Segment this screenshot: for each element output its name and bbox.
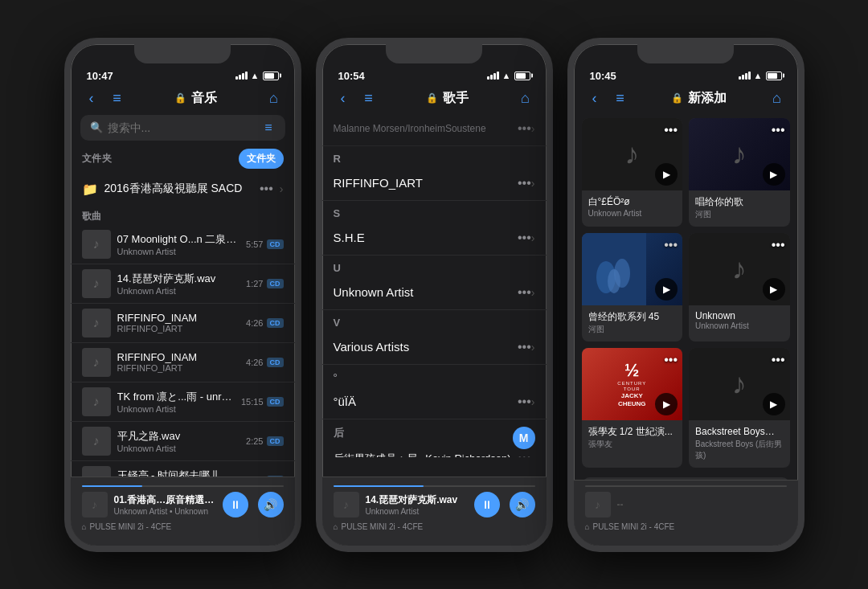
- album-dots[interactable]: •••: [772, 353, 785, 367]
- back-button-3[interactable]: ‹: [585, 90, 604, 107]
- album-card[interactable]: ♪ ▶ ••• 唱给你的歌 河图: [689, 118, 790, 227]
- album-dots[interactable]: •••: [664, 123, 678, 137]
- artist-item[interactable]: RIFFINFO_IART ••• ›: [322, 166, 547, 201]
- music-note-icon: ♪: [732, 137, 747, 171]
- song-title: 14.琵琶对萨克斯.wav: [117, 272, 240, 286]
- album-artist: Unknown Artist: [695, 321, 784, 330]
- music-note-icon: ♪: [732, 367, 747, 401]
- search-input-1[interactable]: [108, 121, 257, 134]
- folder-dots[interactable]: •••: [260, 182, 273, 196]
- now-playing-bar-1[interactable]: ♪ 01.香港高…原音精選.wav Unknown Artist • Unkno…: [71, 477, 295, 546]
- section-r: R: [322, 146, 547, 166]
- album-title: Backstreet Boys【M...: [695, 425, 784, 439]
- pause-button-2[interactable]: ⏸: [474, 492, 500, 517]
- volume-button-2[interactable]: 🔊: [510, 492, 535, 517]
- album-title: 曾经的歌系列 45: [588, 310, 677, 324]
- time-2: 10:54: [338, 70, 365, 82]
- nav-title-2: 🔒 歌手: [385, 90, 510, 107]
- song-artist: Unknown Artist: [117, 247, 240, 256]
- album-title-jacky: 張學友 1/2 世紀演...: [588, 425, 677, 439]
- play-button[interactable]: ▶: [655, 278, 678, 301]
- artist-dots[interactable]: •••: [518, 285, 531, 300]
- song-title: RIFFINFO_INAM: [117, 312, 240, 324]
- album-dots[interactable]: •••: [664, 238, 678, 252]
- artist-item[interactable]: S.H.E ••• ›: [322, 221, 547, 256]
- home-icon-small-3: ⌂: [585, 522, 590, 531]
- play-button[interactable]: ▶: [655, 163, 678, 186]
- back-button-2[interactable]: ‹: [334, 90, 353, 107]
- album-card[interactable]: ♪ ▶ ••• Backstreet Boys【M... Backstreet …: [689, 348, 790, 468]
- folder-name: 2016香港高級視聽展 SACD: [104, 182, 254, 196]
- np-track-1: ♪ 01.香港高…原音精選.wav Unknown Artist • Unkno…: [82, 492, 284, 517]
- home-button-3[interactable]: ⌂: [768, 90, 787, 107]
- folder-tag-button[interactable]: 文件夹: [239, 149, 284, 169]
- album-card[interactable]: ♪ ▶ ••• 白°£ÉÖ²ø Unknown Artist: [582, 118, 683, 227]
- artist-chevron: ›: [531, 341, 535, 354]
- music-note-icon: ♪: [93, 395, 100, 409]
- menu-button-2[interactable]: ≡: [359, 90, 379, 107]
- signal-bars-3: [739, 72, 751, 80]
- artist-chevron: ›: [531, 177, 535, 190]
- artist-item[interactable]: 后街男孩成员：尼...Kevin Richardson) ••• ›: [322, 442, 547, 457]
- play-button[interactable]: ▶: [763, 163, 785, 186]
- artist-item-various[interactable]: Various Artists ••• ›: [322, 330, 547, 365]
- music-note-icon: ♪: [93, 316, 100, 330]
- np-thumb-2: ♪: [334, 492, 359, 517]
- pause-button-1[interactable]: ⏸: [223, 492, 248, 517]
- artist-item-unknown[interactable]: Unknown Artist ••• ›: [322, 276, 547, 310]
- np-title-3: --: [617, 499, 787, 510]
- signal-bars-2: [487, 72, 499, 80]
- song-title: 平凡之路.wav: [117, 429, 240, 444]
- nav-bar-3: ‹ ≡ 🔒 新添加 ⌂: [574, 85, 798, 112]
- back-button-1[interactable]: ‹: [82, 90, 101, 107]
- home-icon-small-2: ⌂: [334, 522, 338, 531]
- menu-button-3[interactable]: ≡: [611, 90, 630, 107]
- artist-dots[interactable]: •••: [518, 452, 531, 457]
- np-artist-2: Unknown Artist: [366, 507, 468, 516]
- artist-chevron: ›: [531, 395, 535, 408]
- album-grid: ♪ ▶ ••• 白°£ÉÖ²ø Unknown Artist ♪ ▶ ••• 唱…: [574, 112, 798, 474]
- battery-2: [514, 72, 530, 80]
- song-item[interactable]: ♪ TK from 凛と...雨 - unravel.wav Unknown A…: [71, 382, 295, 422]
- artist-dots[interactable]: •••: [518, 121, 531, 136]
- now-playing-bar-2[interactable]: ♪ 14.琵琶对萨克斯.wav Unknown Artist ⏸ 🔊 ⌂ PUL…: [322, 477, 547, 546]
- folder-item[interactable]: 📁 2016香港高級視聽展 SACD ••• ›: [71, 174, 295, 205]
- album-dots[interactable]: •••: [664, 353, 678, 367]
- artist-item[interactable]: °üÏÄ ••• ›: [322, 385, 547, 419]
- song-item[interactable]: ♪ 平凡之路.wav Unknown Artist 2:25 CD: [71, 422, 295, 461]
- song-item[interactable]: ♪ 14.琵琶对萨克斯.wav Unknown Artist 1:27 CD: [71, 264, 295, 304]
- np-thumb-3: ♪: [585, 492, 611, 517]
- play-button[interactable]: ▶: [763, 393, 785, 415]
- album-card[interactable]: ▶ ••• 曾经的歌系列 45 河图: [582, 233, 683, 342]
- artist-dots[interactable]: •••: [518, 340, 531, 354]
- artist-dots[interactable]: •••: [518, 176, 531, 190]
- artist-chevron: ›: [531, 452, 535, 457]
- song-item[interactable]: ♪ RIFFINFO_INAM RIFFINFO_IART 4:26 CD: [71, 343, 295, 382]
- home-button-1[interactable]: ⌂: [264, 90, 284, 107]
- album-card-jacky[interactable]: ½ CENTURY TOUR JACKY CHEUNG ▶ ••• 張學友 1/…: [582, 348, 683, 468]
- song-item[interactable]: ♪ RIFFINFO_INAM RIFFINFO_IART 4:26 CD: [71, 304, 295, 343]
- play-button[interactable]: ▶: [763, 278, 785, 301]
- menu-button-1[interactable]: ≡: [108, 90, 127, 107]
- artist-item-header[interactable]: Malanne Morsen/IronheimSoustene ••• ›: [322, 112, 547, 146]
- now-playing-bar-3[interactable]: ♪ -- ⌂ PULSE MINI 2i - 4CFE: [574, 480, 798, 546]
- song-artist: RIFFINFO_IART: [117, 363, 240, 373]
- home-button-2[interactable]: ⌂: [516, 90, 535, 107]
- album-card[interactable]: ♪ ▶ ••• Unknown Unknown Artist: [689, 233, 790, 342]
- play-button[interactable]: ▶: [655, 393, 678, 415]
- song-thumb: ♪: [82, 309, 111, 337]
- search-icon-1: 🔍: [90, 121, 103, 133]
- album-dots[interactable]: •••: [772, 123, 785, 137]
- album-title: Unknown: [695, 310, 784, 321]
- artist-dots[interactable]: •••: [518, 231, 531, 245]
- np-title-2: 14.琵琶对萨克斯.wav: [366, 493, 468, 507]
- artist-dots[interactable]: •••: [518, 395, 531, 409]
- jump-letter-badge[interactable]: M: [513, 427, 535, 449]
- album-dots[interactable]: •••: [772, 238, 785, 252]
- status-icons-1: ▲: [235, 71, 279, 80]
- filter-icon-1[interactable]: ≡: [261, 121, 275, 135]
- song-item[interactable]: ♪ 07 Moonlight O...n 二泉映月.wav Unknown Ar…: [71, 225, 295, 264]
- search-bar-1[interactable]: 🔍 ≡: [80, 115, 285, 141]
- volume-button-1[interactable]: 🔊: [258, 492, 284, 517]
- song-thumb: ♪: [82, 348, 111, 377]
